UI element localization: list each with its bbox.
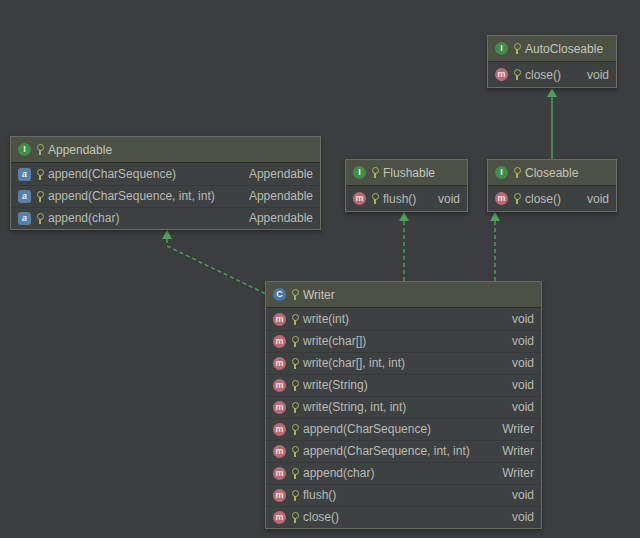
method-icon: m	[273, 313, 286, 326]
visibility-icon	[291, 336, 298, 347]
node-title: Appendable	[48, 143, 112, 157]
visibility-icon	[36, 144, 43, 155]
member-label: append(CharSequence)	[48, 167, 176, 181]
method-icon: m	[273, 335, 286, 348]
arrowhead-appendable	[162, 230, 172, 239]
method-icon: m	[353, 192, 366, 205]
member-return-type: Appendable	[237, 211, 313, 225]
node-flushable[interactable]: I Flushable m flush() void	[345, 159, 468, 212]
member-label: write(char[])	[303, 334, 366, 348]
visibility-icon	[513, 69, 520, 80]
member-return-type: void	[500, 400, 534, 414]
member-return-type: void	[426, 192, 460, 206]
arrowhead-flushable	[399, 212, 409, 221]
member-label: append(CharSequence, int, int)	[48, 189, 215, 203]
arrowhead-closeable	[490, 212, 500, 221]
edge-writer-appendable	[167, 239, 266, 294]
member-return-type: void	[500, 488, 534, 502]
member-row[interactable]: m write(char[]) void	[266, 330, 541, 352]
member-row[interactable]: m write(String) void	[266, 374, 541, 396]
interface-icon: I	[495, 42, 508, 55]
member-row[interactable]: m flush() void	[346, 186, 467, 211]
node-body: a append(CharSequence) Appendable a appe…	[11, 163, 320, 229]
method-icon: m	[273, 423, 286, 436]
node-header: I Closeable	[488, 160, 616, 186]
member-row[interactable]: m close() void	[488, 62, 616, 87]
member-return-type: Appendable	[237, 189, 313, 203]
visibility-icon	[291, 468, 298, 479]
node-appendable[interactable]: I Appendable a append(CharSequence) Appe…	[10, 136, 321, 230]
visibility-icon	[291, 402, 298, 413]
visibility-icon	[513, 43, 520, 54]
node-body: m close() void	[488, 62, 616, 87]
member-return-type: void	[575, 68, 609, 82]
node-closeable[interactable]: I Closeable m close() void	[487, 159, 617, 212]
member-label: append(CharSequence)	[303, 422, 431, 436]
visibility-icon	[291, 446, 298, 457]
method-icon: m	[273, 379, 286, 392]
node-header: C Writer	[266, 282, 541, 308]
member-row[interactable]: m close() void	[266, 506, 541, 528]
member-row[interactable]: m close() void	[488, 186, 616, 211]
member-row[interactable]: a append(CharSequence) Appendable	[11, 163, 320, 185]
abstract-method-icon: a	[18, 168, 31, 181]
node-title: AutoCloseable	[525, 42, 603, 56]
member-return-type: void	[500, 510, 534, 524]
member-return-type: void	[500, 334, 534, 348]
visibility-icon	[513, 193, 520, 204]
interface-icon: I	[18, 143, 31, 156]
member-label: write(String, int, int)	[303, 400, 406, 414]
visibility-icon	[291, 512, 298, 523]
node-title: Writer	[303, 288, 335, 302]
member-label: write(String)	[303, 378, 368, 392]
member-label: flush()	[303, 488, 336, 502]
member-label: flush()	[383, 192, 416, 206]
member-return-type: Writer	[490, 422, 534, 436]
node-writer[interactable]: C Writer m write(int) void m write(char[…	[265, 281, 542, 529]
method-icon: m	[495, 192, 508, 205]
method-icon: m	[495, 68, 508, 81]
uml-diagram-canvas: I AutoCloseable m close() void I Appenda…	[0, 0, 640, 538]
node-autocloseable[interactable]: I AutoCloseable m close() void	[487, 35, 617, 88]
node-body: m close() void	[488, 186, 616, 211]
visibility-icon	[291, 424, 298, 435]
visibility-icon	[371, 167, 378, 178]
member-row[interactable]: m write(char[], int, int) void	[266, 352, 541, 374]
node-header: I AutoCloseable	[488, 36, 616, 62]
member-row[interactable]: a append(CharSequence, int, int) Appenda…	[11, 185, 320, 207]
node-title: Flushable	[383, 166, 435, 180]
visibility-icon	[291, 289, 298, 300]
method-icon: m	[273, 445, 286, 458]
visibility-icon	[36, 169, 43, 180]
member-row[interactable]: m append(CharSequence) Writer	[266, 418, 541, 440]
abstract-method-icon: a	[18, 212, 31, 225]
member-row[interactable]: m flush() void	[266, 484, 541, 506]
member-row[interactable]: m write(String, int, int) void	[266, 396, 541, 418]
member-label: close()	[525, 68, 561, 82]
visibility-icon	[513, 167, 520, 178]
member-label: write(char[], int, int)	[303, 356, 405, 370]
node-header: I Flushable	[346, 160, 467, 186]
node-header: I Appendable	[11, 137, 320, 163]
method-icon: m	[273, 489, 286, 502]
node-body: m flush() void	[346, 186, 467, 211]
abstract-method-icon: a	[18, 190, 31, 203]
member-row[interactable]: m append(char) Writer	[266, 462, 541, 484]
member-return-type: void	[575, 192, 609, 206]
member-row[interactable]: m write(int) void	[266, 308, 541, 330]
member-return-type: Writer	[490, 444, 534, 458]
visibility-icon	[291, 314, 298, 325]
member-return-type: void	[500, 312, 534, 326]
class-icon: C	[273, 288, 286, 301]
member-label: append(char)	[48, 211, 119, 225]
member-label: close()	[303, 510, 339, 524]
visibility-icon	[291, 380, 298, 391]
member-return-type: Appendable	[237, 167, 313, 181]
member-return-type: void	[500, 378, 534, 392]
visibility-icon	[291, 490, 298, 501]
member-row[interactable]: m append(CharSequence, int, int) Writer	[266, 440, 541, 462]
interface-icon: I	[495, 166, 508, 179]
member-row[interactable]: a append(char) Appendable	[11, 207, 320, 229]
method-icon: m	[273, 401, 286, 414]
interface-icon: I	[353, 166, 366, 179]
